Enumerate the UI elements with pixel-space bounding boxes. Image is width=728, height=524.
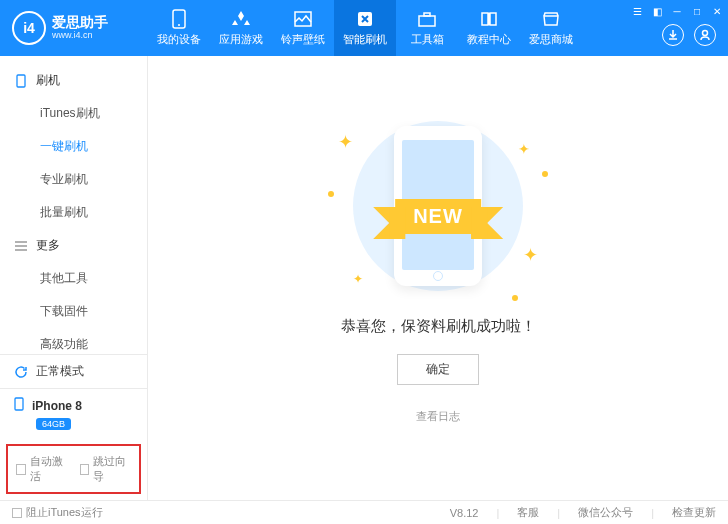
- user-icon[interactable]: [694, 24, 716, 46]
- tab-label: 教程中心: [467, 32, 511, 47]
- success-illustration: NEW ✦ ✦ ✦ ✦: [328, 111, 548, 301]
- tab-my-device[interactable]: 我的设备: [148, 0, 210, 56]
- view-log-link[interactable]: 查看日志: [416, 409, 460, 424]
- checkbox-icon: [80, 464, 90, 475]
- tab-ringtones[interactable]: 铃声壁纸: [272, 0, 334, 56]
- sidebar-item-batch-flash[interactable]: 批量刷机: [0, 196, 147, 229]
- app-title: 爱思助手: [52, 15, 108, 30]
- tab-tools[interactable]: 工具箱: [396, 0, 458, 56]
- sparkle-icon: ✦: [523, 244, 538, 266]
- sidebar-item-download-fw[interactable]: 下载固件: [0, 295, 147, 328]
- svg-rect-7: [17, 75, 25, 87]
- sparkle-icon: ✦: [518, 141, 530, 157]
- device-name: iPhone 8: [32, 399, 82, 413]
- tab-label: 智能刷机: [343, 32, 387, 47]
- window-controls: ☰ ◧ ─ □ ✕: [630, 4, 724, 18]
- phone-small-icon: [14, 74, 28, 88]
- tab-flash[interactable]: 智能刷机: [334, 0, 396, 56]
- checkbox-block-itunes[interactable]: 阻止iTunes运行: [12, 505, 103, 520]
- update-link[interactable]: 检查更新: [672, 505, 716, 520]
- sidebar-item-pro-flash[interactable]: 专业刷机: [0, 163, 147, 196]
- checkbox-label: 跳过向导: [93, 454, 131, 484]
- close-icon[interactable]: ✕: [710, 4, 724, 18]
- tab-label: 我的设备: [157, 32, 201, 47]
- toolbox-icon: [417, 9, 437, 29]
- checkbox-label: 自动激活: [30, 454, 68, 484]
- sidebar: 刷机 iTunes刷机 一键刷机 专业刷机 批量刷机 更多 其他工具 下载固件 …: [0, 56, 148, 500]
- skin-icon[interactable]: ◧: [650, 4, 664, 18]
- support-link[interactable]: 客服: [517, 505, 539, 520]
- tab-tutorials[interactable]: 教程中心: [458, 0, 520, 56]
- checkbox-icon: [12, 508, 22, 518]
- ok-button[interactable]: 确定: [397, 354, 479, 385]
- options-highlight: 自动激活 跳过向导: [6, 444, 141, 494]
- svg-point-1: [178, 24, 180, 26]
- sparkle-icon: ✦: [353, 272, 363, 286]
- flash-icon: [355, 9, 375, 29]
- section-label: 刷机: [36, 72, 60, 89]
- minimize-icon[interactable]: ─: [670, 4, 684, 18]
- checkbox-icon: [16, 464, 26, 475]
- new-ribbon: NEW: [395, 199, 481, 234]
- sidebar-item-advanced[interactable]: 高级功能: [0, 328, 147, 354]
- sparkle-icon: ✦: [338, 131, 353, 153]
- sidebar-item-itunes-flash[interactable]: iTunes刷机: [0, 97, 147, 130]
- tab-label: 爱思商城: [529, 32, 573, 47]
- header-right-icons: [662, 24, 716, 46]
- mode-box[interactable]: 正常模式: [0, 354, 147, 388]
- main-content: NEW ✦ ✦ ✦ ✦ 恭喜您，保资料刷机成功啦！ 确定 查看日志: [148, 56, 728, 500]
- tab-apps[interactable]: 应用游戏: [210, 0, 272, 56]
- version-label: V8.12: [450, 507, 479, 519]
- svg-rect-4: [419, 16, 435, 26]
- svg-rect-5: [424, 13, 430, 16]
- storage-badge: 64GB: [36, 418, 71, 430]
- device-icon: [14, 397, 24, 414]
- app-subtitle: www.i4.cn: [52, 31, 108, 41]
- refresh-icon: [14, 365, 28, 379]
- logo-icon: i4: [12, 11, 46, 45]
- sidebar-item-other-tools[interactable]: 其他工具: [0, 262, 147, 295]
- tab-label: 工具箱: [411, 32, 444, 47]
- logo-area: i4 爱思助手 www.i4.cn: [0, 11, 148, 45]
- section-label: 更多: [36, 237, 60, 254]
- sidebar-item-oneclick-flash[interactable]: 一键刷机: [0, 130, 147, 163]
- maximize-icon[interactable]: □: [690, 4, 704, 18]
- tab-store[interactable]: 爱思商城: [520, 0, 582, 56]
- book-icon: [479, 9, 499, 29]
- success-message: 恭喜您，保资料刷机成功啦！: [341, 317, 536, 336]
- top-tabs: 我的设备 应用游戏 铃声壁纸 智能刷机 工具箱 教程中心 爱思商城: [148, 0, 582, 56]
- download-icon[interactable]: [662, 24, 684, 46]
- mode-label: 正常模式: [36, 363, 84, 380]
- device-box[interactable]: iPhone 8 64GB: [0, 388, 147, 438]
- footer: 阻止iTunes运行 V8.12 | 客服 | 微信公众号 | 检查更新: [0, 500, 728, 524]
- store-icon: [541, 9, 561, 29]
- tab-label: 应用游戏: [219, 32, 263, 47]
- svg-point-6: [703, 31, 708, 36]
- list-icon: [14, 239, 28, 253]
- wechat-link[interactable]: 微信公众号: [578, 505, 633, 520]
- checkbox-label: 阻止iTunes运行: [26, 505, 103, 520]
- tab-label: 铃声壁纸: [281, 32, 325, 47]
- menu-icon[interactable]: ☰: [630, 4, 644, 18]
- apps-icon: [231, 9, 251, 29]
- checkbox-skip-wizard[interactable]: 跳过向导: [80, 454, 132, 484]
- image-icon: [293, 9, 313, 29]
- phone-icon: [169, 9, 189, 29]
- app-header: i4 爱思助手 www.i4.cn 我的设备 应用游戏 铃声壁纸 智能刷机 工具…: [0, 0, 728, 56]
- sidebar-section-flash[interactable]: 刷机: [0, 64, 147, 97]
- sidebar-section-more[interactable]: 更多: [0, 229, 147, 262]
- checkbox-auto-activate[interactable]: 自动激活: [16, 454, 68, 484]
- svg-rect-8: [15, 398, 23, 410]
